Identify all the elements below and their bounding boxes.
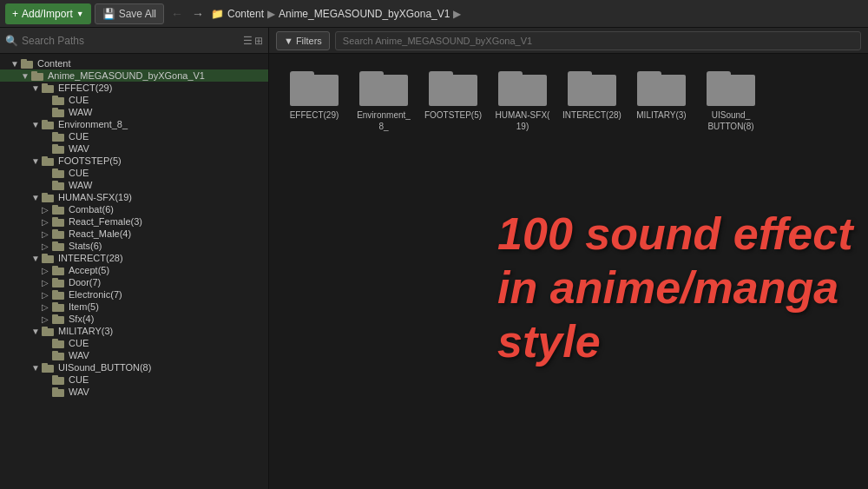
tree-item-human-sfx[interactable]: ▼ HUMAN-SFX(19)	[0, 191, 268, 203]
folder-big-icon	[290, 68, 339, 106]
tree-item-door[interactable]: ▷ Door(7)	[0, 276, 268, 288]
tree-label: UISound_BUTTON(8)	[58, 362, 151, 373]
back-button[interactable]: ←	[168, 5, 187, 23]
tree-item-combat[interactable]: ▷ Combat(6)	[0, 203, 268, 215]
folder-icon	[42, 83, 56, 93]
search-option1-icon[interactable]: ☰	[243, 35, 253, 47]
tree-label: Sfx(4)	[69, 314, 94, 324]
content-search-input[interactable]	[335, 31, 861, 50]
tree-label: WAW	[69, 180, 92, 190]
search-option2-icon[interactable]: ⊞	[254, 35, 263, 47]
breadcrumb-content[interactable]: Content	[227, 8, 264, 20]
expand-arrow: ▼	[31, 363, 42, 373]
save-all-button[interactable]: 💾 Save All	[95, 3, 164, 24]
tree-label: Environment_8_	[58, 119, 128, 129]
expand-arrow: ▷	[42, 266, 52, 275]
right-panel: ▼ Filters EFFECT(29)Environment_ 8_FOOTS…	[269, 28, 868, 489]
tree-item-mil-wav[interactable]: WAV	[0, 349, 268, 361]
folder-icon	[52, 338, 66, 348]
folder-icon	[42, 253, 56, 263]
add-icon: +	[12, 8, 18, 20]
filters-button[interactable]: ▼ Filters	[276, 31, 330, 50]
tree-item-anime-root[interactable]: ▼ Anime_MEGASOUND_byXGona_V1	[0, 69, 268, 82]
tree-label: FOOTSTEP(5)	[58, 155, 122, 166]
tree-label: Combat(6)	[69, 204, 114, 215]
tree-label: EFFECT(29)	[58, 83, 112, 93]
folder-icon	[42, 155, 56, 166]
tree-item-footstep[interactable]: ▼ FOOTSTEP(5)	[0, 155, 268, 167]
tree-item-effect-waw[interactable]: WAW	[0, 106, 268, 118]
tree-item-foot-cue[interactable]: CUE	[0, 167, 268, 179]
expand-arrow: ▼	[31, 254, 42, 263]
expand-arrow: ▼	[31, 156, 42, 166]
tree-item-env-cue[interactable]: CUE	[0, 130, 268, 142]
tree-item-environment[interactable]: ▼ Environment_8_	[0, 118, 268, 130]
tree-item-react-male[interactable]: ▷ React_Male(4)	[0, 228, 268, 240]
expand-arrow: ▷	[42, 217, 52, 227]
search-tools: ☰ ⊞	[243, 35, 263, 47]
folder-item-label: HUMAN-SFX( 19)	[491, 109, 554, 132]
folder-icon	[52, 314, 66, 324]
folder-icon	[52, 241, 66, 251]
tree-label: MILITARY(3)	[58, 326, 113, 336]
folder-icon	[52, 374, 66, 385]
folder-item-f-effect[interactable]: EFFECT(29)	[283, 68, 345, 121]
tree-item-env-wav[interactable]: WAV	[0, 142, 268, 155]
folder-icon	[52, 228, 66, 239]
folder-item-f-uisound[interactable]: UISound_ BUTTON(8)	[700, 68, 762, 132]
folder-item-f-environment[interactable]: Environment_ 8_	[352, 68, 415, 132]
left-panel: 🔍 ☰ ⊞ ▼ Content ▼ Anime_MEGASOUND_byXGo	[0, 28, 269, 489]
folder-icon	[42, 326, 56, 336]
tree-label: WAV	[69, 143, 89, 154]
folder-big-icon	[498, 68, 547, 106]
tree-item-mil-cue[interactable]: CUE	[0, 337, 268, 349]
tree-label: WAW	[69, 107, 92, 117]
tree-item-accept[interactable]: ▷ Accept(5)	[0, 264, 268, 276]
tree-item-effect-cue[interactable]: CUE	[0, 94, 268, 106]
file-tree: ▼ Content ▼ Anime_MEGASOUND_byXGona_V1 ▼…	[0, 54, 268, 489]
add-import-label: Add/Import	[22, 8, 73, 20]
folder-item-f-military[interactable]: MILITARY(3)	[630, 68, 693, 121]
tree-item-foot-waw[interactable]: WAW	[0, 179, 268, 191]
dropdown-arrow-icon: ▼	[76, 10, 84, 18]
tree-label: CUE	[69, 95, 89, 105]
folder-icon	[52, 168, 66, 178]
tree-item-content-root[interactable]: ▼ Content	[0, 57, 268, 69]
tree-label: WAV	[69, 387, 89, 397]
folder-icon	[52, 180, 66, 190]
breadcrumb-sep1: ▶	[267, 8, 275, 20]
forward-button[interactable]: →	[188, 5, 207, 23]
tree-item-item[interactable]: ▷ Item(5)	[0, 301, 268, 313]
search-bar: 🔍 ☰ ⊞	[0, 28, 268, 54]
folder-item-f-human[interactable]: HUMAN-SFX( 19)	[491, 68, 554, 132]
expand-arrow: ▷	[42, 314, 52, 324]
content-toolbar: ▼ Filters	[269, 28, 868, 54]
tree-item-stats[interactable]: ▷ Stats(6)	[0, 240, 268, 252]
folder-grid: EFFECT(29)Environment_ 8_FOOTSTEP(5)HUMA…	[269, 54, 868, 146]
folder-big-icon	[429, 68, 477, 106]
folder-item-label: INTERECT(28)	[562, 109, 621, 121]
expand-arrow: ▼	[31, 327, 42, 336]
tree-item-effect[interactable]: ▼ EFFECT(29)	[0, 82, 268, 94]
tree-item-react-female[interactable]: ▷ React_Female(3)	[0, 215, 268, 228]
expand-arrow: ▷	[42, 205, 52, 215]
tree-label: CUE	[69, 374, 89, 385]
search-input[interactable]	[22, 35, 240, 47]
tree-item-sfx[interactable]: ▷ Sfx(4)	[0, 313, 268, 325]
add-import-button[interactable]: + Add/Import ▼	[5, 3, 91, 24]
tree-item-military[interactable]: ▼ MILITARY(3)	[0, 325, 268, 337]
tree-item-uisound[interactable]: ▼ UISound_BUTTON(8)	[0, 361, 268, 373]
tree-label: HUMAN-SFX(19)	[58, 192, 132, 202]
folder-item-f-interect[interactable]: INTERECT(28)	[561, 68, 623, 121]
overlay-line1: 100 sound effect	[497, 207, 852, 261]
folder-item-f-footstep[interactable]: FOOTSTEP(5)	[422, 68, 484, 121]
tree-item-interect[interactable]: ▼ INTERECT(28)	[0, 252, 268, 264]
tree-label: CUE	[69, 338, 89, 348]
tree-item-ui-cue[interactable]: CUE	[0, 373, 268, 386]
breadcrumb-anime[interactable]: Anime_MEGASOUND_byXGona_V1	[279, 8, 450, 20]
tree-item-electronic[interactable]: ▷ Electronic(7)	[0, 288, 268, 301]
folder-icon	[52, 350, 66, 360]
expand-arrow: ▷	[42, 229, 52, 239]
main-toolbar: + Add/Import ▼ 💾 Save All ← → 📁 Content …	[0, 0, 868, 28]
tree-item-ui-wav[interactable]: WAV	[0, 386, 268, 398]
